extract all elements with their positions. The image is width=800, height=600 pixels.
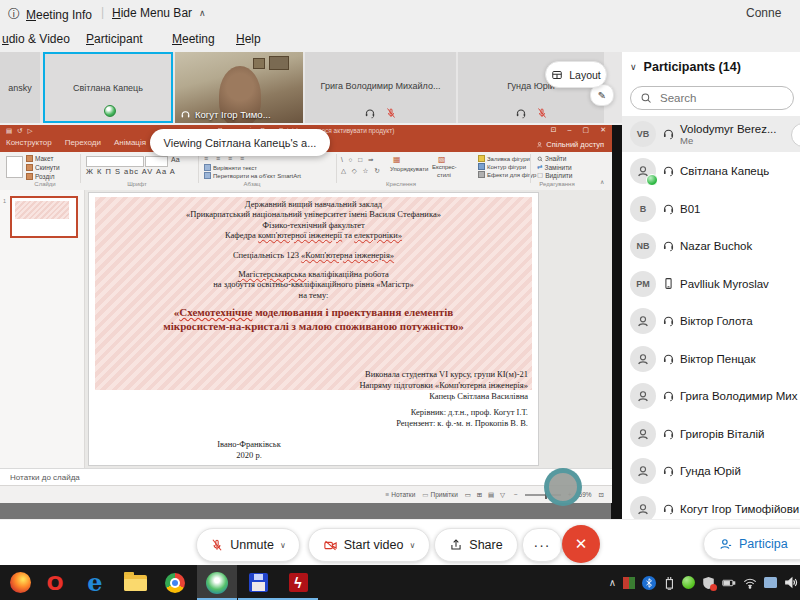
- menu-help[interactable]: Help: [236, 32, 261, 46]
- ribbon-layout-button[interactable]: Макет: [26, 155, 53, 162]
- avatar-person-icon: [630, 308, 656, 334]
- unmute-button[interactable]: Unmute ∨: [196, 528, 300, 562]
- slide-title-line1: «Схемотехнічне моделювання і проектуванн…: [89, 306, 538, 320]
- restore-icon[interactable]: ▢: [583, 126, 590, 134]
- slide-title-line2: мікросистем-на-кристалі з малою споживан…: [89, 320, 538, 334]
- keyboard-layout-icon[interactable]: [764, 577, 777, 588]
- app-colors-icon[interactable]: [623, 577, 635, 589]
- row-hover-button[interactable]: [791, 123, 800, 147]
- quick-styles-label2[interactable]: стилі: [437, 172, 451, 178]
- select-button[interactable]: ▢Виділити: [537, 171, 572, 179]
- fit-slide-button[interactable]: ⊡: [599, 491, 604, 499]
- shapes-gallery-row2[interactable]: △ ◇ ☆ ↻: [341, 167, 382, 175]
- file-explorer-icon[interactable]: [115, 565, 155, 600]
- participant-row[interactable]: PM Pavlliuk Myroslav: [622, 266, 800, 302]
- participant-row[interactable]: Віктор Голота: [622, 303, 800, 339]
- chrome-icon[interactable]: [155, 565, 195, 600]
- ppt-share-button[interactable]: Спільний доступ: [536, 140, 604, 149]
- shape-fill-button[interactable]: Заливка фігури: [478, 155, 530, 162]
- shapes-gallery[interactable]: \ ○ □ ⇒: [341, 156, 376, 164]
- participants-header[interactable]: ∨ Participants (14): [630, 60, 741, 74]
- ribbon-reset-button[interactable]: Скинути: [26, 164, 60, 171]
- firefox-icon[interactable]: [0, 565, 40, 600]
- notes-pane[interactable]: Нотатки до слайда: [0, 468, 612, 486]
- bullet-list-buttons[interactable]: ≡ ≡ ≡ ≡: [204, 155, 247, 162]
- bluetooth-icon[interactable]: [642, 576, 656, 590]
- usb-device-icon[interactable]: [663, 576, 675, 590]
- edge-icon[interactable]: e: [75, 565, 115, 600]
- volume-icon[interactable]: [784, 576, 798, 589]
- flash-app-icon[interactable]: ϟ: [278, 565, 318, 600]
- floppy-app-icon[interactable]: [238, 565, 278, 600]
- leave-meeting-button[interactable]: ✕: [562, 525, 600, 563]
- tab-transitions[interactable]: Переходи: [65, 138, 101, 147]
- ribbon-section-button[interactable]: Розділ: [26, 173, 54, 180]
- replace-button[interactable]: ⇄Замінити: [537, 163, 572, 171]
- zoom-out-button[interactable]: −: [514, 491, 518, 498]
- slide-canvas[interactable]: Державний вищий навчальний заклад «Прика…: [88, 192, 539, 466]
- search-input[interactable]: [658, 91, 772, 105]
- battery-icon[interactable]: [722, 577, 736, 589]
- video-thumb-kohut[interactable]: Когут Ігор Тимо...: [175, 52, 303, 123]
- participants-toggle-button[interactable]: Participa: [703, 528, 800, 560]
- participant-row-me[interactable]: VB Volodymyr Berez...Me: [622, 116, 800, 152]
- align-text-button[interactable]: Вирівняти текст: [204, 164, 257, 171]
- smartart-button[interactable]: Перетворити на об'єкт SmartArt: [204, 172, 301, 179]
- font-name-combobox[interactable]: [86, 156, 144, 167]
- participant-row[interactable]: Світлана Капець: [622, 153, 800, 189]
- webex-icon[interactable]: [197, 565, 237, 600]
- layout-button[interactable]: Layout: [545, 61, 607, 88]
- status-comments-button[interactable]: ▭Примітки: [422, 491, 457, 499]
- tab-constructor[interactable]: Конструктор: [6, 138, 52, 147]
- tray-expand-icon[interactable]: ∧: [609, 577, 616, 588]
- font-grow-shrink[interactable]: Аа: [171, 156, 180, 163]
- menu-audio-video[interactable]: udio & Video: [2, 32, 70, 46]
- more-options-button[interactable]: ···: [522, 528, 562, 562]
- view-buttons[interactable]: ▭ ⊞ ▤ ▽: [465, 491, 507, 499]
- participant-row[interactable]: Грига Володимир Мих: [622, 378, 800, 414]
- participants-search[interactable]: [630, 86, 794, 110]
- slides-panel[interactable]: 1: [0, 190, 85, 468]
- video-thumb-hryha[interactable]: Грига Володимир Михайло...: [305, 52, 456, 123]
- slide-thumbnail[interactable]: [10, 196, 78, 238]
- arrange-label[interactable]: Упорядкувати: [390, 166, 428, 172]
- participant-row[interactable]: Григорів Віталій: [622, 416, 800, 452]
- participant-row[interactable]: Гунда Юрій: [622, 453, 800, 489]
- video-thumb-ansky[interactable]: ansky: [0, 52, 40, 123]
- meeting-info-button[interactable]: Meeting Info: [26, 8, 92, 22]
- tab-animation[interactable]: Анімація: [114, 138, 146, 147]
- green-status-icon[interactable]: [682, 576, 695, 589]
- font-style-buttons[interactable]: Ж К П S abc AV Aa A: [86, 167, 176, 176]
- chevron-down-icon[interactable]: ∨: [280, 541, 286, 550]
- menu-participant[interactable]: Participant: [86, 32, 143, 46]
- shape-outline-button[interactable]: Контур фігури: [478, 163, 526, 170]
- minimize-icon[interactable]: –: [568, 126, 572, 134]
- status-notes-button[interactable]: ≡Нотатки: [386, 491, 416, 498]
- new-slide-button[interactable]: [6, 156, 23, 178]
- headset-icon: [662, 502, 675, 515]
- shape-effects-button[interactable]: Ефекти для фігур: [478, 171, 536, 178]
- participant-row[interactable]: B B01: [622, 191, 800, 227]
- chevron-down-icon[interactable]: ∨: [409, 541, 415, 550]
- participant-row[interactable]: NB Nazar Buchok: [622, 228, 800, 264]
- headset-icon: [662, 202, 675, 215]
- video-thumb-svitlana[interactable]: Світлана Капець: [43, 52, 173, 123]
- collapse-ribbon-icon[interactable]: ∧: [600, 178, 604, 185]
- defender-shield-icon[interactable]: [702, 576, 715, 590]
- hide-menu-bar-button[interactable]: Hide Menu Bar ∧: [112, 6, 206, 20]
- opera-icon[interactable]: O: [35, 565, 75, 600]
- find-button[interactable]: Знайти: [537, 155, 566, 162]
- share-button[interactable]: Share: [434, 528, 518, 562]
- quick-styles-label1[interactable]: Експрес-: [432, 164, 457, 170]
- arrange-button[interactable]: ▦: [393, 155, 401, 164]
- ribbon-options-icon[interactable]: ⊡: [551, 126, 557, 134]
- start-video-button[interactable]: Start video ∨: [308, 528, 430, 562]
- menu-meeting[interactable]: Meeting: [172, 32, 215, 46]
- close-icon[interactable]: ✕: [600, 126, 606, 134]
- avatar-initials: PM: [630, 271, 656, 297]
- avatar-initials: NB: [630, 233, 656, 259]
- font-size-combobox[interactable]: [145, 156, 168, 167]
- wifi-icon[interactable]: [743, 577, 757, 589]
- participant-row[interactable]: Віктор Пенцак: [622, 341, 800, 377]
- quick-styles-button[interactable]: ▧: [438, 155, 446, 164]
